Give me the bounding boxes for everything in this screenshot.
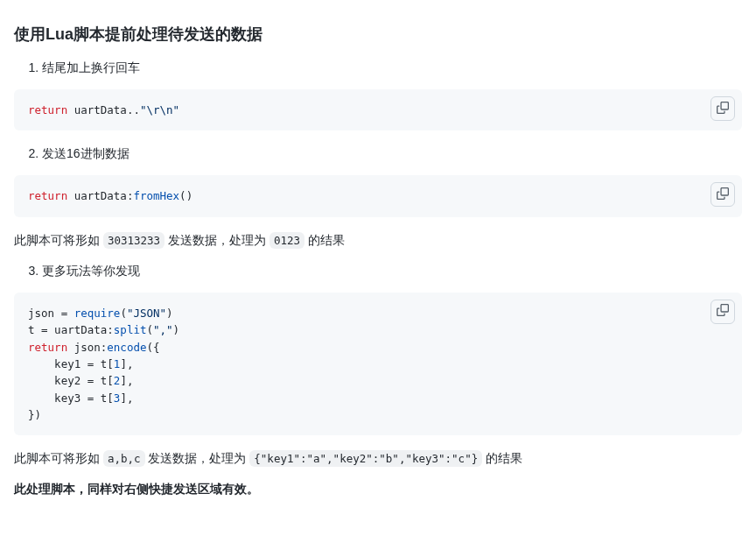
code-token: "," [153, 323, 173, 336]
list-item: 更多玩法等你发现 [42, 262, 742, 280]
code-token: ) [166, 307, 173, 320]
note-text: 此处理脚本，同样对右侧快捷发送区域有效。 [14, 482, 259, 496]
inline-code: 0123 [270, 232, 304, 249]
code-token: key2 = t[ [28, 374, 114, 387]
code-token: fromHex [133, 189, 179, 202]
code-token: key1 = t[ [28, 357, 114, 370]
code-token: "JSON" [127, 307, 166, 320]
inline-code: {"key1":"a","key2":"b","key3":"c"} [249, 450, 482, 467]
code-token: }) [28, 408, 41, 421]
code-token: json: [67, 341, 107, 354]
code-token: key3 = t[ [28, 391, 114, 405]
inline-code: a,b,c [103, 450, 145, 467]
code-block-1: return uartData.."\r\n" [14, 89, 742, 130]
code-token: ( [120, 307, 127, 320]
code-token: uartData: [67, 189, 133, 202]
copy-button[interactable] [710, 182, 735, 207]
section-heading: 使用Lua脚本提前处理待发送的数据 [14, 23, 742, 46]
code-token: () [179, 189, 192, 202]
code-token: ) [173, 323, 180, 336]
paragraph: 此脚本可将形如 30313233 发送数据，处理为 0123 的结果 [14, 231, 742, 250]
copy-icon [717, 304, 729, 319]
code-token: "\r\n" [140, 103, 179, 116]
text: 发送数据，处理为 [145, 451, 250, 465]
code-token: ( [146, 323, 153, 336]
text: 的结果 [304, 233, 345, 247]
paragraph: 此脚本可将形如 a,b,c 发送数据，处理为 {"key1":"a","key2… [14, 449, 742, 468]
copy-icon [717, 187, 729, 202]
code-token: json = [28, 307, 74, 320]
code-token: ], [120, 374, 133, 387]
text: 的结果 [482, 451, 522, 465]
text: 此脚本可将形如 [14, 451, 103, 465]
note-paragraph: 此处理脚本，同样对右侧快捷发送区域有效。 [14, 480, 742, 498]
code-block-3: json = require("JSON") t = uartData:spli… [14, 293, 742, 436]
copy-icon [717, 102, 729, 116]
list-item: 发送16进制数据 [42, 145, 742, 163]
inline-code: 30313233 [103, 232, 164, 249]
code-token: uartData.. [67, 103, 140, 116]
code-token: return [28, 341, 67, 354]
code-token: ({ [146, 341, 159, 354]
code-token: return [28, 103, 67, 116]
list-item: 结尾加上换行回车 [42, 59, 742, 77]
code-token: encode [107, 341, 146, 354]
code-token: require [74, 307, 121, 320]
code-token: t = uartData: [28, 323, 114, 336]
code-token: ], [120, 357, 133, 370]
copy-button[interactable] [710, 96, 735, 121]
text: 此脚本可将形如 [14, 233, 103, 247]
text: 发送数据，处理为 [164, 233, 270, 247]
copy-button[interactable] [710, 300, 735, 324]
code-token: split [114, 323, 147, 336]
code-token: return [28, 189, 67, 202]
code-token: ], [120, 391, 133, 405]
code-block-2: return uartData:fromHex() [14, 175, 742, 216]
